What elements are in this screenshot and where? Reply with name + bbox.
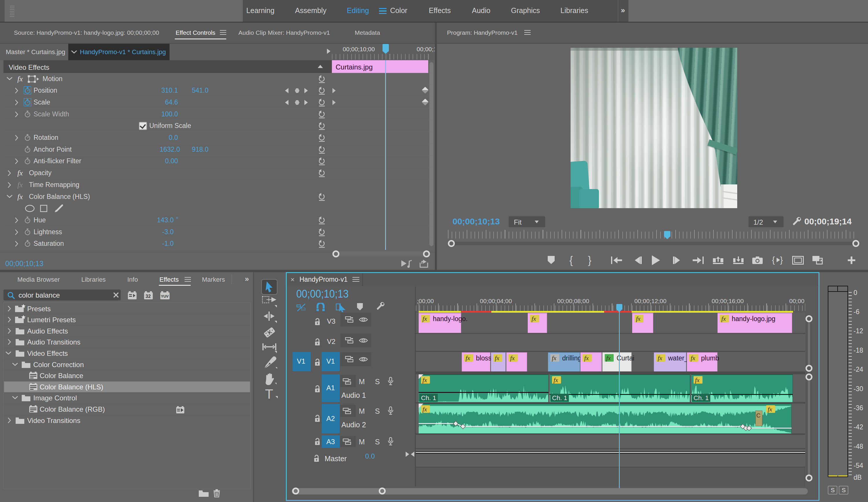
svg-text:YUV: YUV	[161, 294, 169, 298]
svg-text:32: 32	[146, 294, 151, 299]
svg-text:{: {	[772, 255, 775, 265]
svg-text:}: }	[780, 255, 783, 265]
